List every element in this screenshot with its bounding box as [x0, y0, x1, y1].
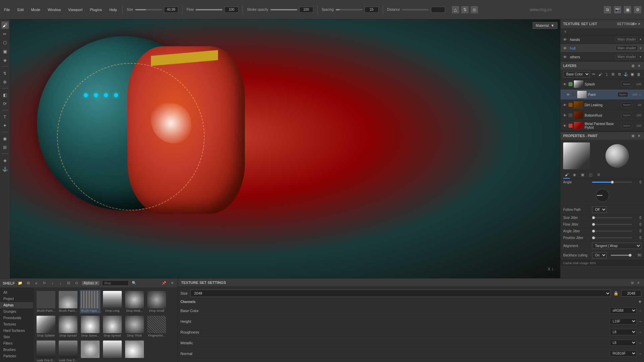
shelf-cat-alphas[interactable]: Alphas — [0, 302, 33, 308]
layer-blend-rust[interactable]: Norm — [622, 113, 632, 118]
symmetry-icon[interactable]: △ — [452, 6, 459, 13]
menu-help[interactable]: Help — [108, 7, 118, 12]
layer-dirt[interactable]: 👁 Dirt Leaking Norm 42 — [560, 100, 644, 110]
shelf-cat-particles[interactable]: Particles — [0, 353, 33, 359]
eraser-tool[interactable]: ✏ — [1, 30, 9, 38]
shelf-filter-icon[interactable]: ⊟ — [66, 281, 71, 286]
mirror-icon[interactable]: ⇅ — [461, 6, 469, 13]
shelf-tag-close[interactable]: ✕ — [95, 281, 98, 285]
shelf-cat-filters[interactable]: Filters — [0, 340, 33, 347]
layer-visibility-dirt[interactable]: 👁 — [563, 103, 567, 107]
shelf-item-alpha1[interactable] — [80, 340, 101, 362]
prop-tab-brush[interactable]: 🖌 — [563, 172, 570, 179]
settings-panel-expand[interactable]: ⊞ — [630, 280, 635, 285]
layer-rust[interactable]: 👁 BottomRust Norm 100 — [560, 110, 644, 121]
layer-blend-dirt[interactable]: Norm — [622, 103, 632, 107]
shelf-folder-icon[interactable]: 📁 — [17, 281, 23, 286]
shader-dropdown-others[interactable]: ▾ — [640, 55, 641, 59]
size-select[interactable]: 2048 — [190, 290, 611, 297]
shelf-cat-grunges[interactable]: Grunges — [0, 308, 33, 315]
layer-visibility-paint[interactable]: 👁 — [567, 93, 571, 97]
texture-set-item-hands[interactable]: 👁 hands Main shader ▾ — [560, 35, 644, 44]
shelf-export-icon[interactable]: ↓ — [58, 281, 63, 286]
settings-panel-close[interactable]: ✕ — [636, 280, 641, 285]
prop-tab-material[interactable]: ▣ — [579, 172, 586, 179]
measure-tool[interactable]: ⊞ — [1, 143, 9, 151]
texture-set-item-hull[interactable]: 👁 hull Main shader ▾ — [560, 44, 644, 53]
group-layer-icon[interactable]: ⊞ — [610, 72, 615, 77]
menu-window[interactable]: Window — [46, 7, 62, 12]
canvas-area[interactable]: Material ▼ X ↕ — [10, 19, 560, 278]
add-channel-btn[interactable]: + — [639, 299, 641, 304]
channel-format-normal[interactable]: RGB16F — [610, 350, 637, 357]
menu-edit[interactable]: Edit — [16, 7, 25, 12]
lock-icon[interactable]: 🔒 — [613, 291, 619, 296]
channel-format-metallic[interactable]: L8 — [610, 340, 637, 346]
shader-hull[interactable]: Main shader — [616, 46, 638, 51]
channel-minus-base-color[interactable]: − — [639, 309, 641, 313]
layer-blend-metal[interactable]: Norm — [622, 123, 632, 128]
channel-minus-metallic[interactable]: − — [639, 341, 641, 345]
channel-format-base-color[interactable]: sRGB8 — [610, 307, 637, 314]
angle-slider[interactable] — [592, 182, 632, 183]
channel-minus-roughness[interactable]: − — [639, 330, 641, 334]
texture-set-item-others[interactable]: 👁 others Main shader ▾ — [560, 53, 644, 61]
shelf-item-leak2[interactable]: Leak One D... — [58, 340, 78, 362]
camera-icon[interactable]: 📷 — [614, 6, 621, 13]
settings-icon[interactable]: ⚙ — [634, 6, 641, 13]
transform-tool[interactable]: ⟳ — [1, 100, 9, 107]
shelf-cat-hard-surfaces[interactable]: Hard Surfaces — [0, 327, 33, 334]
visibility-eye-others[interactable]: 👁 — [563, 55, 568, 59]
shelf-item-drop-medi[interactable]: Drop Medi... — [124, 290, 145, 313]
shelf-close-icon[interactable]: ✕ — [169, 281, 175, 286]
shelf-search-input[interactable] — [102, 280, 129, 286]
shelf-grid-icon[interactable]: ⊞ — [25, 281, 31, 286]
shelf-list-icon[interactable]: ≡ — [34, 281, 39, 286]
spacing-slider[interactable] — [336, 9, 363, 10]
backface-culling-dropdown[interactable]: On — [592, 252, 607, 258]
visibility-eye-hands[interactable]: 👁 — [563, 38, 568, 42]
shelf-cat-all[interactable]: All — [0, 289, 33, 296]
picker-tool[interactable]: ◉ — [1, 135, 9, 142]
expand-icon[interactable]: ⊞ — [631, 21, 635, 26]
shelf-search-icon[interactable]: ⊙ — [74, 281, 79, 286]
shelf-cat-project[interactable]: Project — [0, 296, 33, 302]
spacing-input[interactable] — [365, 7, 379, 13]
merge-layer-icon[interactable]: ⤵ — [604, 72, 609, 77]
shelf-cat-skin[interactable]: Skin — [0, 334, 33, 340]
smudge-tool[interactable]: ↯ — [1, 69, 9, 77]
shelf-item-brush-pape[interactable]: Brush Pape... — [80, 290, 101, 313]
layer-visibility-splash[interactable]: 👁 — [563, 82, 567, 86]
layer-icon[interactable]: ⧉ — [604, 6, 611, 13]
layer-metal[interactable]: 👁 Metal Painted Base Flybot Norm 100 — [560, 121, 644, 131]
layer-splash[interactable]: 👁 Splash Norm 100 — [560, 79, 644, 89]
copy-layer-icon[interactable]: ⧉ — [617, 72, 622, 77]
layers-close[interactable]: ✕ — [637, 63, 641, 68]
menu-viewport[interactable]: Viewport — [67, 7, 84, 12]
path-tool[interactable]: ✦ — [1, 122, 9, 129]
menu-plugins[interactable]: Plugins — [89, 7, 103, 12]
shelf-item-leak1[interactable]: Leak One D... — [36, 340, 56, 362]
stroke-opacity-input[interactable] — [299, 7, 313, 13]
menu-mode[interactable]: Mode — [30, 7, 42, 12]
size-input-field[interactable] — [621, 290, 641, 297]
flow-slider[interactable] — [196, 9, 222, 10]
channel-format-roughness[interactable]: L8 — [610, 329, 637, 335]
material-dropdown[interactable]: Material ▼ — [533, 22, 557, 29]
close-icon[interactable]: ✕ — [637, 21, 641, 26]
distance-slider[interactable] — [402, 9, 429, 10]
size-input[interactable] — [164, 7, 178, 13]
paint-brush-tool[interactable]: 🖌 — [1, 21, 9, 29]
follow-path-dropdown[interactable]: Off — [592, 206, 607, 213]
shelf-item-fingerprint[interactable]: Fingerprint... — [146, 315, 167, 338]
shader-dropdown-hands[interactable]: ▾ — [640, 38, 641, 41]
shelf-item-drop-spread1[interactable]: Drop Spread — [58, 315, 78, 338]
layer-close-paint[interactable]: ✕ — [639, 93, 641, 97]
add-layer-icon[interactable]: ✏ — [591, 72, 596, 77]
shader-dropdown-hull[interactable]: ▾ — [640, 46, 641, 50]
paint-layer-icon[interactable]: 🖌 — [598, 72, 603, 77]
prop-close[interactable]: ✕ — [637, 133, 641, 138]
shelf-item-alpha2[interactable] — [102, 340, 123, 362]
layer-blend-paint[interactable]: Norm — [618, 92, 628, 97]
fill-tool[interactable]: ▣ — [1, 48, 9, 55]
